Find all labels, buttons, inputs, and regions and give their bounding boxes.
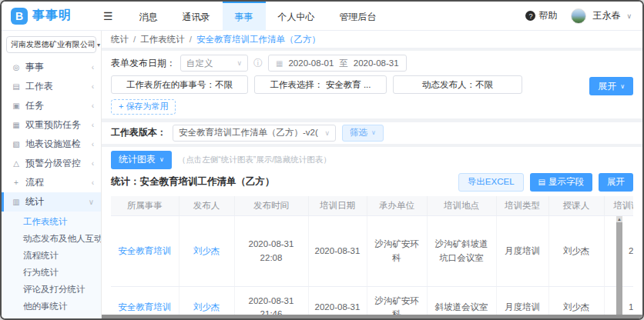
col-header: 发布时间 bbox=[234, 196, 308, 216]
filter-worksheet-account[interactable]: 工作表所在的事事号：不限 bbox=[111, 75, 248, 94]
chevron-left-icon: ‹ bbox=[92, 178, 94, 187]
chevron-left-icon: ‹ bbox=[92, 82, 94, 91]
col-header: 授课人 bbox=[548, 196, 604, 216]
sidebar-item-flow[interactable]: + 流程 ‹ bbox=[2, 173, 101, 192]
smile-icon: ◎ bbox=[11, 63, 22, 72]
expand-table-button[interactable]: 展开 bbox=[599, 173, 633, 192]
vertical-scrollbar[interactable]: ▲ bbox=[616, 217, 622, 315]
show-fields-button[interactable]: ▤ 显示字段 bbox=[530, 173, 592, 192]
chart-toggle-button[interactable]: 统计图表 ∨ bbox=[111, 151, 172, 169]
topbar-right: ? 帮助 王永春 ∨ bbox=[525, 8, 632, 24]
logo-icon: B bbox=[11, 8, 28, 25]
company-selector[interactable]: 河南发恩德矿业有限公司 ▾ bbox=[6, 36, 96, 53]
breadcrumb-separator: / bbox=[133, 35, 136, 44]
stats-panel: 统计图表 ∨ （点击左侧“统计图表”展示/隐藏统计图表） 统计：安全教育培训工作… bbox=[102, 147, 642, 315]
fields-icon: ▤ bbox=[538, 178, 545, 186]
chevron-left-icon: ‹ bbox=[92, 102, 94, 110]
chevron-down-icon: ∨ bbox=[371, 129, 376, 136]
cell-training-type: 月度培训 bbox=[496, 287, 548, 315]
breadcrumb-worksheet-stats[interactable]: 工作表统计 bbox=[140, 34, 185, 45]
results-table-wrap: 所属事事 发布人 发布时间 培训日期 承办单位 培训地点 培训类型 授课人 培训… bbox=[111, 196, 633, 315]
submenu-worksheet-stats[interactable]: 工作表统计 bbox=[2, 213, 101, 230]
date-filter-label: 表单发布日期： bbox=[111, 57, 176, 70]
task-icon: ▣ bbox=[11, 102, 22, 110]
sidebar-item-dual-prevention[interactable]: ▦ 双重预防任务 ‹ bbox=[2, 115, 101, 135]
avatar[interactable] bbox=[571, 8, 586, 24]
table-row: 安全教育培训 刘少杰 2020-08-31 21:46 2020-08-31 沙… bbox=[111, 287, 633, 315]
info-icon: ⓘ bbox=[253, 57, 263, 70]
sidebar-item-shishi[interactable]: ◎ 事事 ‹ bbox=[2, 58, 101, 77]
horizontal-scrollbar[interactable] bbox=[102, 315, 642, 318]
worksheet-icon: ▤ bbox=[11, 82, 22, 91]
date-mode-select[interactable]: 自定义 ∨ bbox=[180, 55, 248, 72]
sidebar-item-label: 双重预防任务 bbox=[25, 118, 92, 132]
scroll-up-icon[interactable]: ▲ bbox=[616, 216, 622, 222]
cell-organizer: 沙沟矿安环科 bbox=[367, 287, 427, 315]
calendar-icon: ▦ bbox=[276, 59, 283, 68]
chevron-left-icon: ‹ bbox=[92, 140, 94, 148]
top-menu-personal-center[interactable]: 个人中心 bbox=[266, 2, 327, 31]
save-row: + 保存为常用 bbox=[111, 98, 633, 115]
breadcrumb-current: 安全教育培训工作清单（乙方） bbox=[196, 34, 320, 45]
cell-lecturer: 刘少杰 bbox=[548, 216, 604, 287]
stats-title: 统计：安全教育培训工作清单（乙方） bbox=[111, 175, 275, 188]
top-menu-admin[interactable]: 管理后台 bbox=[327, 2, 389, 31]
sidebar-item-surface-inspection[interactable]: ▧ 地表设施巡检 ‹ bbox=[2, 135, 101, 154]
statistics-submenu: 工作表统计 动态发布及他人互动统计 流程统计 行为统计 评论及打分统计 他的事统… bbox=[2, 212, 101, 318]
top-menu-contacts[interactable]: 通讯录 bbox=[170, 2, 223, 31]
cell-publisher-link[interactable]: 刘少杰 bbox=[179, 287, 234, 315]
col-header: 承办单位 bbox=[367, 196, 427, 216]
sidebar-item-task[interactable]: ▣ 任务 ‹ bbox=[2, 96, 101, 115]
submenu-dynamic-interaction-stats[interactable]: 动态发布及他人互动统计 bbox=[2, 230, 101, 247]
user-name[interactable]: 王永春 bbox=[592, 9, 620, 22]
date-range-input[interactable]: ▦ 2020-08-01 至 2020-08-31 bbox=[268, 55, 407, 72]
cell-publish-time: 2020-08-31 21:46 bbox=[234, 287, 308, 315]
cell-training-date: 2020-08-31 bbox=[308, 216, 367, 287]
chevron-down-icon: ∨ bbox=[89, 198, 94, 206]
sidebar-item-label: 工作表 bbox=[25, 80, 92, 93]
help-icon: ? bbox=[525, 11, 535, 21]
top-menu-shishi[interactable]: 事事 bbox=[223, 2, 266, 31]
save-as-favorite-button[interactable]: + 保存为常用 bbox=[111, 99, 176, 115]
date-mode-value: 自定义 bbox=[186, 58, 213, 69]
top-menu-messages[interactable]: 消息 bbox=[127, 2, 170, 31]
col-header: 培训类型 bbox=[496, 196, 548, 216]
results-table: 所属事事 发布人 发布时间 培训日期 承办单位 培训地点 培训类型 授课人 培训… bbox=[111, 196, 633, 315]
cell-publisher-link[interactable]: 刘少杰 bbox=[179, 216, 234, 287]
col-header: 培训地点 bbox=[427, 196, 496, 216]
cell-location: 斜坡道会议室 bbox=[427, 287, 496, 315]
sidebar-item-worksheet[interactable]: ▤ 工作表 ‹ bbox=[2, 77, 101, 96]
chevron-down-icon: ∨ bbox=[159, 156, 164, 163]
breadcrumb-stats[interactable]: 统计 bbox=[111, 34, 129, 45]
sidebar-item-statistics[interactable]: ▥ 统计 ∨ bbox=[2, 192, 101, 212]
sidebar-item-label: 任务 bbox=[25, 99, 92, 112]
date-range-join: 至 bbox=[339, 58, 348, 69]
cell-worksheet-link[interactable]: 安全教育培训 bbox=[111, 287, 179, 315]
cell-location: 沙沟矿斜坡道坑口会议室 bbox=[427, 216, 496, 287]
export-excel-button[interactable]: 导出EXCEL bbox=[458, 173, 524, 192]
version-label: 工作表版本： bbox=[111, 126, 166, 139]
sidebar-item-label: 流程 bbox=[25, 176, 92, 189]
sidebar-item-label: 事事 bbox=[25, 61, 92, 74]
help-button[interactable]: ? 帮助 bbox=[525, 9, 557, 22]
expand-filters-button[interactable]: 展开 ∨ bbox=[589, 77, 633, 95]
filter-publisher[interactable]: 动态发布人：不限 bbox=[393, 75, 522, 94]
filter-panel: 表单发布日期： 自定义 ∨ ⓘ ▦ 2020-08-01 至 2020-08-3… bbox=[102, 51, 642, 118]
user-caret-icon[interactable]: ∨ bbox=[626, 12, 632, 20]
sidebar-toggle-icon[interactable]: ☰ bbox=[103, 10, 113, 22]
submenu-his-affairs-stats[interactable]: 他的事统计 bbox=[2, 298, 101, 315]
filter-worksheet-select[interactable]: 工作表选择： 安全教育 ... bbox=[254, 75, 387, 94]
top-bar: B 事事明 ☰ 消息 通讯录 事事 个人中心 管理后台 ? 帮助 王永春 ∨ bbox=[2, 2, 642, 31]
col-header: 培训日期 bbox=[308, 196, 367, 216]
submenu-task-dispatch-stats[interactable]: 任务分派单统计 bbox=[2, 315, 101, 318]
flow-icon: + bbox=[11, 178, 22, 187]
version-select[interactable]: 安全教育培训工作清单（乙方）-v2( ∨ bbox=[173, 125, 336, 142]
sidebar-item-early-warning[interactable]: △ 预警分级管控 ‹ bbox=[2, 154, 101, 173]
company-name: 河南发恩德矿业有限公司 bbox=[11, 39, 96, 50]
submenu-comment-score-stats[interactable]: 评论及打分统计 bbox=[2, 281, 101, 298]
top-menu: 消息 通讯录 事事 个人中心 管理后台 bbox=[127, 2, 389, 31]
submenu-behavior-stats[interactable]: 行为统计 bbox=[2, 264, 101, 281]
cell-worksheet-link[interactable]: 安全教育培训 bbox=[111, 216, 179, 287]
submenu-flow-stats[interactable]: 流程统计 bbox=[2, 247, 101, 264]
version-filter-button[interactable]: 筛选 ∨ bbox=[342, 125, 384, 142]
